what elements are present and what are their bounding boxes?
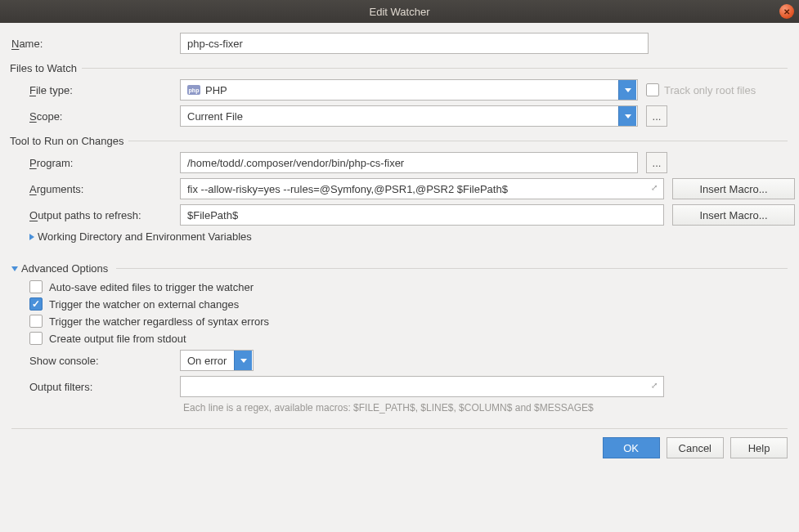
label-create-output: Create output file from stdout xyxy=(49,333,186,345)
section-files-to-watch: Files to Watch xyxy=(10,62,82,74)
trigger-syntax-checkbox[interactable] xyxy=(29,315,43,328)
label-name: Name: xyxy=(11,38,172,50)
cancel-button[interactable]: Cancel xyxy=(667,437,724,458)
show-console-value: On error xyxy=(187,355,234,367)
label-output-filters: Output filters: xyxy=(11,381,172,393)
file-type-value: PHP xyxy=(205,84,618,96)
window-titlebar: Edit Watcher ✕ xyxy=(0,0,799,23)
chevron-down-icon xyxy=(234,351,252,370)
advanced-options-disclosure[interactable]: Advanced Options xyxy=(11,262,108,275)
file-type-select[interactable]: php PHP xyxy=(180,79,638,101)
label-working-dir: Working Directory and Environment Variab… xyxy=(38,230,252,243)
program-browse-button[interactable]: ... xyxy=(646,152,667,173)
label-auto-save: Auto-save edited files to trigger the wa… xyxy=(49,281,254,293)
output-filters-hint: Each line is a regex, available macros: … xyxy=(183,402,788,414)
label-advanced-options: Advanced Options xyxy=(21,262,108,275)
close-icon[interactable]: ✕ xyxy=(779,4,794,19)
trigger-external-checkbox[interactable] xyxy=(29,297,43,311)
track-root-checkbox xyxy=(646,83,659,96)
scope-browse-button[interactable]: ... xyxy=(646,105,667,127)
label-track-root: Track only root files xyxy=(664,84,756,96)
output-filters-input[interactable] xyxy=(180,376,664,397)
scope-select[interactable]: Current File xyxy=(180,105,638,127)
name-input[interactable] xyxy=(180,33,649,54)
working-dir-disclosure[interactable]: Working Directory and Environment Variab… xyxy=(29,230,788,243)
label-file-type: File type: xyxy=(11,84,172,96)
window-title: Edit Watcher xyxy=(370,6,430,18)
chevron-down-icon xyxy=(618,106,636,126)
label-show-console: Show console: xyxy=(11,355,172,367)
insert-macro-output-button[interactable]: Insert Macro... xyxy=(672,204,795,226)
label-scope: Scope: xyxy=(11,110,172,123)
label-arguments: Arguments: xyxy=(11,183,172,195)
program-input[interactable] xyxy=(180,152,638,173)
auto-save-checkbox[interactable] xyxy=(29,280,43,293)
output-paths-input[interactable] xyxy=(180,204,664,226)
label-trigger-external: Trigger the watcher on external changes xyxy=(49,298,239,311)
triangle-right-icon xyxy=(29,234,34,240)
arguments-input[interactable] xyxy=(180,178,664,199)
create-output-checkbox[interactable] xyxy=(29,332,43,345)
section-tool-to-run: Tool to Run on Changes xyxy=(10,135,128,147)
help-button[interactable]: Help xyxy=(730,437,788,458)
scope-value: Current File xyxy=(187,110,618,123)
php-icon: php xyxy=(187,85,200,95)
label-trigger-syntax: Trigger the watcher regardless of syntax… xyxy=(49,315,269,328)
chevron-down-icon xyxy=(618,80,636,100)
show-console-select[interactable]: On error xyxy=(180,350,254,371)
triangle-down-icon xyxy=(11,266,18,271)
ok-button[interactable]: OK xyxy=(603,437,660,458)
label-output-paths: Output paths to refresh: xyxy=(11,209,172,221)
insert-macro-arguments-button[interactable]: Insert Macro... xyxy=(672,178,795,199)
label-program: Program: xyxy=(11,157,172,169)
